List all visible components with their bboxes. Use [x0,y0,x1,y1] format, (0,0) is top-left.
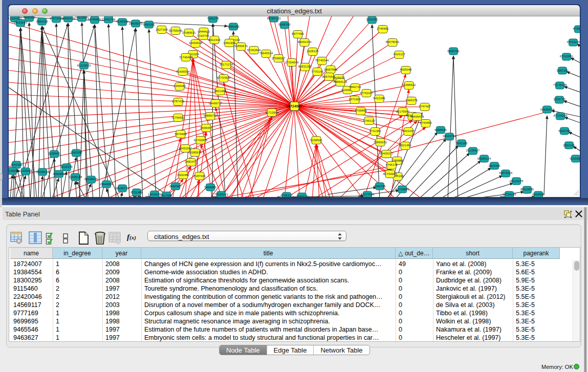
svg-text:99091334: 99091334 [298,40,312,43]
svg-text:51462704: 51462704 [102,18,116,21]
svg-text:7648350: 7648350 [23,16,35,19]
svg-text:61595148: 61595148 [69,176,82,179]
svg-text:62702895: 62702895 [194,139,208,142]
svg-text:5674680: 5674680 [175,133,187,136]
svg-text:54145868: 54145868 [9,169,19,172]
svg-text:5430391: 5430391 [143,23,155,26]
svg-text:8708317: 8708317 [280,194,293,197]
svg-text:51850671: 51850671 [234,45,248,48]
svg-text:80112805: 80112805 [520,188,534,191]
svg-text:4060883: 4060883 [53,172,65,176]
svg-text:34714345: 34714345 [503,193,516,196]
svg-text:5158506: 5158506 [310,139,322,142]
svg-text:31713900: 31713900 [265,111,279,114]
svg-text:69784801: 69784801 [88,18,102,21]
svg-text:71746488: 71746488 [179,56,193,59]
svg-text:28809570: 28809570 [129,22,143,25]
svg-text:4005045: 4005045 [400,68,412,71]
svg-text:62729806: 62729806 [396,188,409,191]
svg-text:60385977: 60385977 [188,151,202,154]
svg-text:62386922: 62386922 [402,83,416,86]
svg-text:49894134: 49894134 [334,80,347,83]
svg-text:7187026: 7187026 [193,174,206,178]
svg-text:9413186: 9413186 [373,97,385,100]
svg-text:2787429: 2787429 [172,100,184,103]
svg-text:1326773: 1326773 [553,98,565,101]
svg-text:96405377: 96405377 [380,152,394,155]
svg-text:71756551: 71756551 [171,116,185,119]
svg-text:4711382: 4711382 [369,129,382,133]
svg-text:04499727: 04499727 [209,102,223,105]
svg-text:3709859: 3709859 [355,109,367,112]
svg-text:5098393: 5098393 [278,23,291,26]
svg-text:3387262: 3387262 [556,69,569,72]
svg-text:18724007: 18724007 [286,104,302,108]
svg-text:1824493: 1824493 [488,164,500,167]
svg-text:75869261: 75869261 [374,141,387,144]
svg-text:4745171: 4745171 [385,163,398,166]
svg-text:81754965: 81754965 [383,172,397,176]
svg-text:81223623: 81223623 [77,64,91,67]
svg-text:76945314: 76945314 [259,52,273,55]
svg-text:4738299: 4738299 [573,27,580,30]
svg-text:1671902: 1671902 [349,98,361,101]
svg-text:37631165: 37631165 [567,40,580,43]
svg-text:77752047: 77752047 [360,92,374,95]
svg-text:53755646: 53755646 [169,29,183,32]
svg-text:7182278: 7182278 [207,17,219,20]
svg-text:27354549: 27354549 [285,61,299,64]
svg-text:7193745: 7193745 [197,34,209,37]
svg-text:6690967: 6690967 [169,185,182,188]
svg-text:4316117: 4316117 [394,53,406,56]
svg-text:0842710: 0842710 [349,85,361,89]
svg-text:0932480: 0932480 [177,173,189,177]
svg-text:5466889: 5466889 [204,186,216,189]
svg-text:1969379: 1969379 [405,99,418,102]
svg-text:00524278: 00524278 [510,180,524,183]
svg-text:55886753: 55886753 [204,114,217,117]
svg-text:3747407: 3747407 [419,105,431,108]
svg-text:25135427: 25135427 [466,149,480,152]
svg-text:65648236: 65648236 [84,178,98,181]
svg-text:73178108: 73178108 [553,83,567,86]
svg-text:9912419: 9912419 [208,38,221,41]
svg-text:7770143: 7770143 [311,70,323,73]
svg-text:6204505: 6204505 [532,193,545,196]
svg-text:29946804: 29946804 [100,183,114,186]
svg-text:82175946: 82175946 [396,110,410,113]
svg-text:80831367: 80831367 [298,65,312,68]
svg-text:0812191: 0812191 [563,144,575,147]
svg-text:55698169: 55698169 [36,170,50,173]
svg-text:6998543: 6998543 [434,128,447,132]
svg-text:36995777: 36995777 [116,187,129,190]
svg-text:87234309: 87234309 [554,114,568,117]
svg-text:1745961: 1745961 [377,27,389,30]
svg-text:7991183: 7991183 [456,142,468,145]
svg-text:1031051: 1031051 [366,18,378,21]
svg-text:67737826: 67737826 [217,76,231,79]
svg-text:76320163: 76320163 [214,193,228,196]
svg-text:67010651: 67010651 [560,55,574,58]
svg-text:8148932: 8148932 [116,20,128,23]
svg-text:8677496: 8677496 [292,32,304,35]
svg-text:7889579: 7889579 [296,195,308,197]
svg-text:13171274: 13171274 [220,63,233,66]
svg-text:9743953: 9743953 [420,121,432,124]
svg-text:4216073: 4216073 [60,165,73,168]
svg-text:96965328: 96965328 [61,17,75,20]
svg-text:7543303: 7543303 [10,163,23,166]
svg-text:9421047: 9421047 [402,129,415,133]
svg-text:13433200: 13433200 [148,193,162,196]
svg-text:7346706: 7346706 [374,185,386,188]
svg-text:2260256: 2260256 [70,151,82,154]
svg-text:3482477: 3482477 [185,160,197,163]
svg-text:17080531: 17080531 [182,31,196,34]
svg-text:1746120: 1746120 [363,119,375,122]
svg-text:13493618: 13493618 [189,41,203,45]
svg-text:34624751: 34624751 [443,135,456,138]
svg-text:9636057: 9636057 [200,126,212,129]
svg-text:3158692: 3158692 [48,152,60,155]
svg-text:87277434: 87277434 [361,193,375,196]
svg-text:6193990: 6193990 [570,157,580,160]
svg-text:5009788: 5009788 [558,129,571,133]
